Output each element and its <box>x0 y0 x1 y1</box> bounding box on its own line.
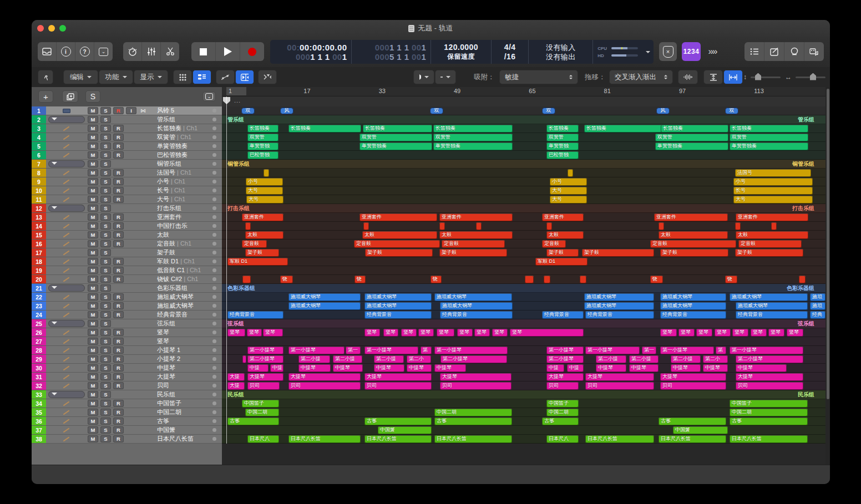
region-blip[interactable] <box>242 355 246 363</box>
mute-button[interactable]: M <box>88 231 98 238</box>
region-第二小提琴[interactable]: 第二小提琴 <box>440 355 507 363</box>
command-click-tool[interactable] <box>435 70 456 84</box>
track-color-dot[interactable] <box>212 118 216 121</box>
track-header-7[interactable]: 7MS铜管乐组 <box>32 160 222 169</box>
record-enable-button[interactable]: R <box>113 267 124 274</box>
region-大提琴[interactable]: 大提琴 <box>440 373 511 381</box>
track-color-dot[interactable] <box>212 233 216 237</box>
region-架子鼓[interactable]: 架子鼓 <box>660 249 728 257</box>
track-color-dot[interactable] <box>212 348 216 352</box>
region-第二小提[interactable]: 第二小提 <box>629 355 659 363</box>
region-贝司[interactable]: 贝司 <box>736 382 803 390</box>
arrange-row-25[interactable]: 弦乐组弦乐组 <box>222 319 825 328</box>
track-name[interactable]: 风铃 5 <box>157 106 174 115</box>
region-日本尺八长笛[interactable]: 日本尺八长笛 <box>288 435 361 443</box>
record-enable-button[interactable]: R <box>113 409 124 416</box>
region-中提琴[interactable]: 中提琴 <box>736 364 787 372</box>
mute-button[interactable]: M <box>88 284 98 292</box>
track-name[interactable]: 双簧管 | Ch1 <box>157 133 191 141</box>
region-小号[interactable]: 小号 <box>733 178 813 186</box>
record-enable-button[interactable]: R <box>113 222 124 230</box>
region-第二小提[interactable]: 第二小提 <box>298 355 330 363</box>
region-铙[interactable]: 铙 <box>650 276 663 283</box>
track-color-dot[interactable] <box>212 215 216 219</box>
region-中提琴[interactable]: 中提琴 <box>703 364 728 372</box>
drag-select[interactable]: 交叉渐入渐出 <box>609 70 673 84</box>
record-enable-button[interactable]: R <box>113 231 124 238</box>
lcd-locators[interactable]: 0001 1 1 001 0005 1 1 001 <box>352 40 431 64</box>
region-贝司[interactable]: 贝司 <box>660 382 726 390</box>
mute-button[interactable]: M <box>88 311 98 318</box>
region-经典[interactable]: 经典 <box>810 311 825 319</box>
record-enable-button[interactable]: R <box>113 258 124 265</box>
track-header-38[interactable]: 38MSR日本尺八长笛 <box>32 435 222 444</box>
region-贝司[interactable]: 贝司 <box>546 382 579 390</box>
track-color-dot[interactable] <box>212 366 216 370</box>
input-monitor-button[interactable]: I <box>126 107 136 114</box>
region-第一小提琴[interactable]: 第一小提琴 <box>585 347 640 354</box>
region-第一小提琴[interactable]: 第一小提琴 <box>288 347 345 354</box>
mute-button[interactable]: M <box>88 276 98 283</box>
region-双簧管[interactable]: 双簧管 <box>730 134 808 141</box>
region-单簧管独奏[interactable]: 单簧管独奏 <box>433 142 513 150</box>
region-定音鼓[interactable]: 定音鼓 <box>650 240 736 248</box>
track-header-36[interactable]: 36MSR古筝 <box>32 417 222 426</box>
record-enable-button[interactable]: R <box>113 125 124 132</box>
region-施坦威大钢琴[interactable]: 施坦威大钢琴 <box>434 293 512 301</box>
solo-button[interactable]: S <box>100 302 111 309</box>
track-header-4[interactable]: 4MSR双簧管 | Ch1 <box>32 133 222 142</box>
track-header-6[interactable]: 6MSR巴松管独奏 <box>32 151 222 160</box>
grid-view-button[interactable] <box>173 70 192 84</box>
record-enable-button[interactable]: R <box>113 347 124 354</box>
region-双[interactable]: 双 <box>241 108 255 114</box>
mute-button[interactable]: M <box>88 222 98 230</box>
region-第[interactable]: 第 <box>421 347 432 354</box>
region-贝司[interactable]: 贝司 <box>364 382 432 390</box>
arrange-row-11[interactable]: 大号大号大号 <box>222 195 825 204</box>
master-solo-button[interactable]: S <box>85 90 100 103</box>
region-定音鼓[interactable]: 定音鼓 <box>442 240 505 248</box>
arrange-row-37[interactable]: 中国箫中国箫 <box>222 426 825 435</box>
region-第[interactable]: 第 <box>716 347 726 354</box>
region-竖琴[interactable]: 竖琴 <box>437 329 454 337</box>
arrange-row-35[interactable]: 中国二胡中国二胡中国二胡中国二胡 <box>222 408 825 417</box>
region-长笛独奏[interactable]: 长笛独奏 <box>433 125 513 133</box>
region-竖琴[interactable]: 竖琴 <box>401 329 417 337</box>
track-header-8[interactable]: 8MSR法国号 | Ch1 <box>32 169 222 177</box>
track-color-dot[interactable] <box>212 304 216 308</box>
region-中提琴[interactable]: 中提琴 <box>629 364 659 372</box>
arrange-row-32[interactable]: 大提贝司贝司贝司贝司贝司贝司贝司贝司 <box>222 381 825 390</box>
region-铙[interactable]: 铙 <box>354 276 366 283</box>
track-name[interactable]: 施坦威大钢琴 <box>157 293 194 301</box>
region-竖琴[interactable]: 竖琴 <box>678 329 695 337</box>
back-arrow-button[interactable] <box>38 70 53 84</box>
track-color-dot[interactable] <box>212 259 216 263</box>
mute-button[interactable]: M <box>88 142 98 150</box>
region-第二小提[interactable]: 第二小提 <box>596 355 626 363</box>
region-中国二胡[interactable]: 中国二胡 <box>434 409 512 416</box>
count-in-button[interactable]: 1234 <box>682 42 701 61</box>
region-经典背景音[interactable]: 经典背景音 <box>440 311 513 319</box>
disclosure-triangle-icon[interactable] <box>52 393 57 398</box>
region-中提琴[interactable]: 中提琴 <box>333 364 363 372</box>
solo-button[interactable]: S <box>100 338 111 345</box>
track-name[interactable]: 铙钹 C#2 | Ch1 <box>157 275 198 283</box>
lcd-tempo[interactable]: 120.0000 保留速度 <box>431 40 492 64</box>
record-enable-button[interactable]: R <box>113 196 124 203</box>
region-巴松管独[interactable]: 巴松管独 <box>546 151 579 159</box>
record-enable-button[interactable]: R <box>113 338 124 345</box>
region-第一小提琴[interactable]: 第一小提琴 <box>247 347 283 354</box>
region-blip[interactable] <box>439 222 445 230</box>
disclosure-triangle-icon[interactable] <box>52 206 57 212</box>
region-日本尺八长笛[interactable]: 日本尺八长笛 <box>434 435 512 443</box>
mute-button[interactable]: M <box>88 178 98 185</box>
lcd-io[interactable]: 没有输入 没有输出 <box>529 40 593 64</box>
solo-button[interactable]: S <box>100 329 111 336</box>
arrange-row-27[interactable] <box>222 337 825 346</box>
scissors-button[interactable] <box>161 42 179 61</box>
region-太鼓[interactable]: 太鼓 <box>659 231 728 239</box>
region-大提琴[interactable]: 大提琴 <box>247 373 283 381</box>
track-name[interactable]: 打击乐组 <box>157 204 181 212</box>
mute-button[interactable]: M <box>88 169 98 176</box>
record-enable-button[interactable]: R <box>113 169 124 176</box>
